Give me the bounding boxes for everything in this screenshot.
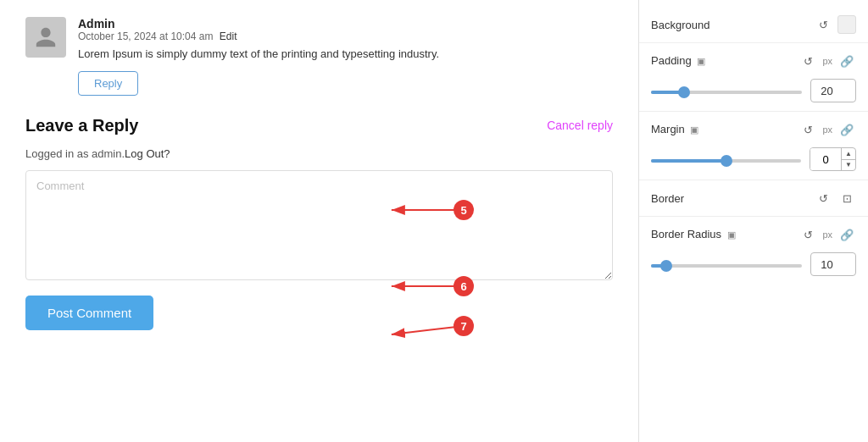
edit-link[interactable]: Edit <box>220 30 237 42</box>
comment-textarea[interactable] <box>25 170 613 280</box>
margin-slider-row: ▲ ▼ <box>639 146 868 178</box>
reply-button[interactable]: Reply <box>78 71 138 96</box>
padding-slider-thumb[interactable] <box>678 86 690 98</box>
logged-in-text: Logged in as admin.Log Out? <box>25 147 613 160</box>
margin-slider[interactable] <box>651 159 801 163</box>
padding-unit: px <box>822 56 832 66</box>
margin-unit: px <box>822 124 832 135</box>
comment-meta: October 15, 2024 at 10:04 am Edit <box>78 30 613 42</box>
border-radius-row: Border Radius ▣ ↺ px 🔗 <box>639 218 868 251</box>
border-radius-slider-thumb[interactable] <box>660 260 672 272</box>
divider-4 <box>639 216 868 217</box>
background-reset-btn[interactable]: ↺ <box>814 15 832 34</box>
margin-decrement-btn[interactable]: ▼ <box>842 160 855 171</box>
margin-label: Margin ▣ <box>651 123 793 137</box>
leave-reply-header: Leave a Reply Cancel reply <box>25 116 613 135</box>
comment-text: Lorem Ipsum is simply dummy text of the … <box>78 46 613 63</box>
user-icon <box>34 25 58 49</box>
background-row: Background ↺ <box>639 8 868 41</box>
padding-slider-row <box>639 77 868 109</box>
margin-slider-thumb[interactable] <box>721 155 732 167</box>
divider-1 <box>639 42 868 43</box>
right-panel: Background ↺ Padding ▣ ↺ px 🔗 Margin ▣ ↺ <box>639 0 868 442</box>
border-radius-value-input[interactable] <box>810 252 856 276</box>
border-label: Border <box>651 192 809 205</box>
padding-label: Padding ▣ <box>651 54 793 69</box>
annotation-7: 7 <box>453 316 474 336</box>
border-radius-slider[interactable] <box>651 264 802 268</box>
leave-reply-section: Leave a Reply Cancel reply Logged in as … <box>25 116 613 330</box>
divider-2 <box>639 111 868 112</box>
annotation-5: 5 <box>453 200 474 220</box>
post-comment-button[interactable]: Post Comment <box>25 296 153 330</box>
margin-row: Margin ▣ ↺ px 🔗 <box>639 113 868 146</box>
background-color-swatch[interactable] <box>837 15 856 34</box>
padding-link-btn[interactable]: 🔗 <box>837 52 856 70</box>
border-reset-btn[interactable]: ↺ <box>814 189 832 207</box>
margin-link-btn[interactable]: 🔗 <box>837 120 856 139</box>
logout-link[interactable]: Log Out? <box>125 147 170 160</box>
margin-reset-btn[interactable]: ↺ <box>798 120 817 139</box>
border-expand-btn[interactable]: ⊡ <box>837 189 856 207</box>
avatar <box>25 17 66 58</box>
margin-stepper-arrows: ▲ ▼ <box>841 148 855 170</box>
cancel-reply-link[interactable]: Cancel reply <box>547 119 613 132</box>
padding-row: Padding ▣ ↺ px 🔗 <box>639 45 868 77</box>
padding-value-input[interactable] <box>810 79 856 102</box>
border-radius-label: Border Radius ▣ <box>651 228 793 242</box>
border-radius-slider-row <box>639 251 868 283</box>
annotation-6: 6 <box>453 276 474 296</box>
divider-3 <box>639 180 868 180</box>
margin-increment-btn[interactable]: ▲ <box>842 148 855 160</box>
border-radius-unit: px <box>822 229 832 240</box>
margin-icon: ▣ <box>687 123 701 136</box>
border-radius-link-btn[interactable]: 🔗 <box>837 225 856 244</box>
comment-author: Admin <box>78 17 613 30</box>
border-radius-icon: ▣ <box>725 228 738 241</box>
comment-content: Admin October 15, 2024 at 10:04 am Edit … <box>78 17 613 96</box>
leave-reply-title: Leave a Reply <box>25 116 138 135</box>
padding-icon: ▣ <box>694 54 708 68</box>
padding-reset-btn[interactable]: ↺ <box>798 52 817 70</box>
padding-slider[interactable] <box>651 91 802 94</box>
comment-block: Admin October 15, 2024 at 10:04 am Edit … <box>25 17 613 96</box>
border-row: Border ↺ ⊡ <box>639 182 868 214</box>
background-label: Background <box>651 19 809 31</box>
margin-value-input[interactable] <box>810 148 841 170</box>
border-radius-reset-btn[interactable]: ↺ <box>798 225 817 244</box>
margin-stepper[interactable]: ▲ ▼ <box>810 147 856 171</box>
